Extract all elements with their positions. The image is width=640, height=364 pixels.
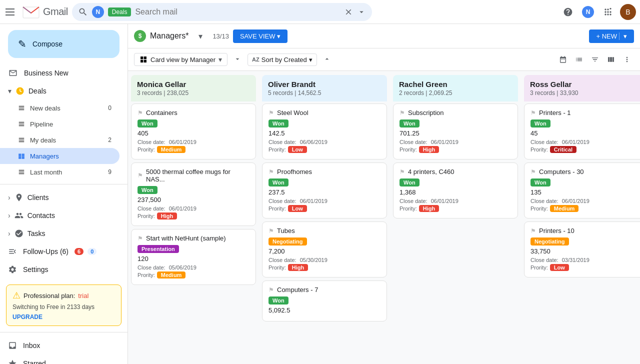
priority-badge: High xyxy=(419,146,439,153)
list-view-icon xyxy=(575,56,583,64)
close-date-value: 06/01/2019 xyxy=(168,206,196,212)
deal-priority-row: Prority: Medium xyxy=(138,272,250,278)
deal-priority-row: Prority: High xyxy=(400,146,512,153)
sidebar-item-contacts[interactable]: › Contacts xyxy=(0,206,128,224)
column-header-ross: Ross Gellar 3 records | 33,930 xyxy=(524,75,640,102)
deal-close-date-row: Close date: 03/31/2019 xyxy=(530,257,640,263)
deal-card[interactable]: ⚑ Printers - 1 Won 45 Close date: 06/01/… xyxy=(524,104,640,160)
status-badge: Won xyxy=(268,296,288,304)
starred-icon xyxy=(8,359,17,364)
svg-rect-2 xyxy=(19,108,24,108)
managers-label: Managers xyxy=(30,152,59,160)
deal-card[interactable]: ⚑ Start with NetHunt (sample) Presentati… xyxy=(131,229,256,285)
deal-card[interactable]: ⚑ Containers Won 405 Close date: 06/01/2… xyxy=(131,104,256,160)
status-badge: Presentation xyxy=(138,245,179,253)
deal-title: ⚑ Containers xyxy=(138,109,250,116)
priority-badge: Low xyxy=(288,146,307,153)
my-deals-count: 2 xyxy=(108,136,112,144)
sidebar-item-tasks[interactable]: › Tasks xyxy=(0,224,128,242)
svg-rect-18 xyxy=(144,56,146,59)
sort-direction-up[interactable] xyxy=(321,53,333,66)
inbox-icon xyxy=(8,341,17,350)
new-record-button[interactable]: + NEW ▾ xyxy=(589,30,634,43)
deal-card[interactable]: ⚑ Proofhomes Won 237.5 Close date: 06/01… xyxy=(262,162,387,218)
new-deals-count: 0 xyxy=(108,104,112,112)
sort-direction-down[interactable] xyxy=(232,53,244,66)
sidebar-item-starred[interactable]: Starred xyxy=(0,354,120,364)
flag-icon: ⚑ xyxy=(530,228,536,234)
filter-icon[interactable] xyxy=(588,52,602,66)
sort-dropdown-icon: ▾ xyxy=(309,56,312,64)
priority-label: Prority: xyxy=(138,272,155,278)
layout-icon-2[interactable] xyxy=(572,52,586,66)
svg-rect-1 xyxy=(19,106,24,106)
kanban-cards-monica: ⚑ Containers Won 405 Close date: 06/01/2… xyxy=(131,104,256,360)
deal-card[interactable]: ⚑ Computers - 7 Won 5,092.5 xyxy=(262,280,387,322)
sidebar-item-managers[interactable]: Managers xyxy=(0,148,120,164)
manager-dropdown-button[interactable]: ▾ xyxy=(192,28,208,44)
deal-amount: 405 xyxy=(138,130,250,137)
deals-group-header[interactable]: ▾ Deals xyxy=(0,82,128,100)
deal-card[interactable]: ⚑ Computers - 30 Won 135 Close date: 06/… xyxy=(524,162,640,218)
main-layout: ✎ Compose Business New ▾ Deals New deals… xyxy=(0,24,640,364)
view-mode-selector[interactable]: Card view by Manager ▾ xyxy=(134,53,228,66)
column-meta-oliver: 5 records | 14,562.5 xyxy=(268,90,381,96)
sort-down-icon xyxy=(234,55,242,63)
apps-button[interactable] xyxy=(600,4,616,20)
deal-close-date-row: Close date: 06/01/2019 xyxy=(530,198,640,204)
card-view-icon xyxy=(140,56,148,64)
sidebar-item-last-month[interactable]: Last month 9 xyxy=(0,164,120,180)
hamburger-icon xyxy=(6,8,14,16)
flag-icon: ⚑ xyxy=(400,110,405,116)
column-meta-ross: 3 records | 33,930 xyxy=(530,90,640,96)
sidebar-item-follow-ups[interactable]: Follow-Ups (6) 6 0 xyxy=(0,242,120,260)
more-options-icon[interactable] xyxy=(620,52,634,66)
deal-card[interactable]: ⚑ Subscription Won 701.25 Close date: 06… xyxy=(393,104,518,160)
sidebar-item-clients[interactable]: › Clients xyxy=(0,188,128,206)
flag-icon: ⚑ xyxy=(268,228,274,234)
layout-icon-1[interactable] xyxy=(556,52,570,66)
status-badge: Won xyxy=(530,120,550,128)
deal-card[interactable]: ⚑ Tubes Negotiating 7,200 Close date: 05… xyxy=(262,222,387,278)
deal-amount: 5,092.5 xyxy=(268,306,380,314)
deal-priority-row: Prority: High xyxy=(138,212,250,220)
help-button[interactable] xyxy=(560,4,576,20)
sidebar-item-settings[interactable]: Settings xyxy=(0,260,120,278)
sidebar-item-inbox[interactable]: Inbox xyxy=(0,336,120,354)
priority-label: Prority: xyxy=(530,146,548,152)
deal-card[interactable]: ⚑ 5000 thermal coffee mugs for NAS... Wo… xyxy=(131,162,256,226)
upgrade-link[interactable]: UPGRADE xyxy=(12,314,115,320)
flag-icon: ⚑ xyxy=(268,286,274,294)
status-badge: Won xyxy=(400,178,420,186)
sidebar-item-pipeline[interactable]: Pipeline xyxy=(0,116,120,132)
gmail-logo: Gmail xyxy=(22,5,68,19)
svg-rect-5 xyxy=(19,124,24,124)
deal-priority-row: Prority: High xyxy=(268,264,380,271)
deal-card[interactable]: ⚑ 4 printers, C460 Won 1,368 Close date:… xyxy=(393,162,518,218)
compose-button[interactable]: ✎ Compose xyxy=(8,30,120,58)
status-badge: Negotiating xyxy=(530,238,569,246)
priority-badge: Medium xyxy=(550,205,579,212)
sort-by-button[interactable]: AZ Sort by Created ▾ xyxy=(248,54,317,66)
search-bar[interactable]: N Deals xyxy=(72,3,372,21)
nethunt-button[interactable]: N xyxy=(580,4,596,20)
search-options-icon[interactable] xyxy=(357,8,366,16)
deal-card[interactable]: ⚑ Printers - 10 Negotiating 33,750 Close… xyxy=(524,222,640,278)
sidebar-item-new-deals[interactable]: New deals 0 xyxy=(0,100,120,116)
clear-search-icon[interactable] xyxy=(344,8,353,16)
deal-card[interactable]: ⚑ Steel Wool Won 142.5 Close date: 06/06… xyxy=(262,104,387,160)
close-date-value: 06/01/2019 xyxy=(560,139,590,145)
columns-icon[interactable] xyxy=(604,52,618,66)
menu-button[interactable] xyxy=(4,6,16,18)
flag-icon: ⚑ xyxy=(400,168,405,176)
sidebar-item-my-deals[interactable]: My deals 2 xyxy=(0,132,120,148)
close-date-value: 06/01/2019 xyxy=(430,198,458,204)
svg-rect-9 xyxy=(19,142,24,142)
user-avatar[interactable]: B xyxy=(620,4,636,20)
tasks-label: Tasks xyxy=(28,230,46,238)
deal-priority-row: Prority: Critical xyxy=(530,146,640,153)
search-input[interactable] xyxy=(135,8,340,16)
sidebar-item-business-new[interactable]: Business New xyxy=(0,64,120,82)
save-view-button[interactable]: SAVE VIEW ▾ xyxy=(233,30,288,43)
close-date-label: Close date: xyxy=(400,198,428,204)
